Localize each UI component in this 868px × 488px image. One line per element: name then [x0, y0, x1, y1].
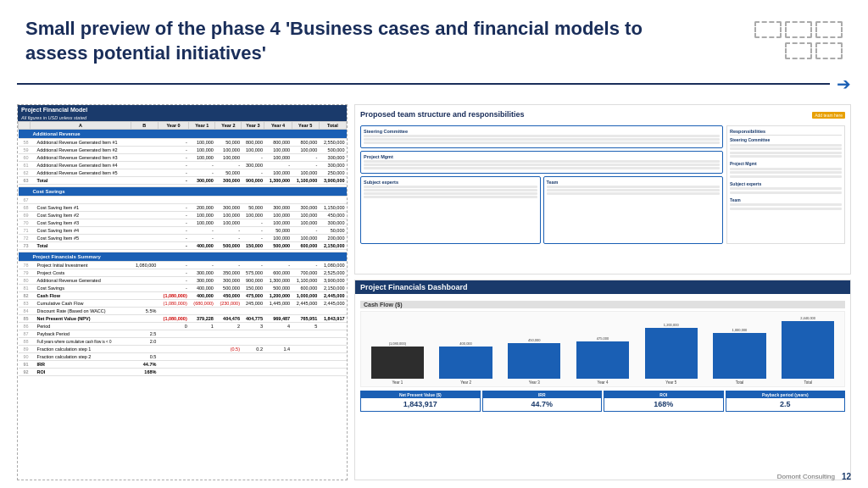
table-row: 68 Cost Saving Item #1 - 200,000 300,000…	[19, 204, 347, 212]
col-rownum	[19, 122, 31, 130]
bar-year1-rect	[439, 347, 492, 379]
footer-company: Domont Consulting	[777, 473, 835, 480]
logo-box-5	[815, 42, 843, 59]
table-row: 85 Net Present Value (NPV) (1,080,000) 3…	[19, 315, 347, 323]
bar-total: 2,440,000 Total	[775, 316, 841, 385]
kpi-npv-label: Net Present Value ($)	[361, 391, 480, 398]
footer: Domont Consulting 12	[777, 472, 851, 481]
additional-revenue-total: 63 Total - 300,000 300,000 900,000 1,300…	[19, 177, 347, 185]
bar-year4-rect	[645, 328, 698, 379]
financials-header: Project Financials Summary	[19, 252, 347, 262]
kpi-roi-value: 168%	[606, 400, 721, 408]
table-row: 91 IRR 44.7%	[19, 361, 347, 369]
kpi-roi: ROI 168%	[604, 391, 724, 412]
col-year2: Year 2	[215, 122, 242, 130]
chart-title: Cash Flow ($)	[360, 301, 845, 308]
kpi-irr: IRR 44.7%	[482, 391, 603, 412]
table-row: 82 Cash Flow (1,080,000) 400,000 450,000…	[19, 292, 347, 300]
cost-savings-total: 73 Total - 400,000 500,000 150,000 500,0…	[19, 242, 347, 250]
logo-box-1	[754, 21, 782, 38]
team-box-subject-experts: Subject experts	[360, 176, 541, 244]
col-year5: Year 5	[292, 122, 319, 130]
kpi-roi-label: ROI	[604, 391, 723, 398]
table-row: 61 Additional Revenue Generated Item #4 …	[19, 162, 347, 169]
spreadsheet-table: A B Year 0 Year 1 Year 2 Year 3 Year 4 Y…	[18, 121, 347, 376]
bar-year2: 450,000 Year 3	[501, 338, 567, 385]
kpi-row: Net Present Value ($) 1,843,917 IRR 44.7…	[360, 391, 845, 412]
col-b-header: B	[131, 122, 158, 130]
bar-total-rect	[782, 321, 834, 379]
finance-card-title: Project Financials Dashboard	[355, 280, 850, 294]
right-panel: Proposed team structure and responsibili…	[354, 104, 851, 480]
bar-year3-rect	[576, 341, 629, 379]
responsibilities-panel: Responsibilities Steering Committee Proj…	[726, 125, 845, 244]
col-year0: Year 0	[158, 122, 188, 130]
bar-year5: 1,000,000 Total	[707, 328, 773, 385]
page-title: Small preview of the phase 4 'Business c…	[25, 17, 661, 65]
cost-savings-header: Cost Savings	[19, 187, 347, 197]
col-year4: Year 4	[264, 122, 292, 130]
bar-year4: 1,200,000 Year 5	[638, 323, 704, 385]
table-row: 78 Project Initial Investment 1,080,000 …	[19, 262, 347, 269]
page-number: 12	[842, 472, 851, 481]
logo-box-3	[815, 21, 843, 38]
spreadsheet-title: Project Financial Model	[18, 105, 347, 114]
table-row: 92 ROI 168%	[19, 369, 347, 376]
team-box-team: Team	[543, 176, 724, 244]
table-row: 86 Period 0 1 2 3 4 5	[19, 323, 347, 330]
table-row: 59 Additional Revenue Generated Item #2 …	[19, 147, 347, 154]
col-year3: Year 3	[242, 122, 264, 130]
logo-boxes-2	[785, 42, 843, 59]
table-row: 83 Cumulative Cash Flow (1,080,000) (680…	[19, 300, 347, 308]
additional-revenue-header: Additional Revenue	[19, 130, 347, 139]
table-row: 80 Additional Revenue Generated - 300,00…	[19, 277, 347, 285]
table-row: 72 Cost Saving Item #5 - - - - 100,000 1…	[19, 235, 347, 242]
bar-year0: (1,080,000) Year 1	[364, 341, 431, 385]
kpi-irr-value: 44.7%	[485, 400, 600, 408]
table-row: 84 Discount Rate (Based on WACC) 5.5%	[19, 308, 347, 315]
table-row: 71 Cost Saving Item #4 - - - - 50,000 - …	[19, 227, 347, 235]
logo-box-2	[785, 21, 812, 38]
bar-year5-rect	[713, 333, 765, 379]
table-row: 67	[19, 197, 347, 204]
logo-boxes	[754, 21, 843, 38]
team-box-project-mgmt: Project Mgmt	[360, 151, 723, 174]
kpi-irr-label: IRR	[483, 391, 602, 398]
kpi-npv: Net Present Value ($) 1,843,917	[360, 391, 481, 412]
col-year1: Year 1	[189, 122, 215, 130]
table-row: 62 Additional Revenue Generated Item #5 …	[19, 169, 347, 177]
team-box-steering: Steering Committee	[360, 125, 723, 148]
table-row: 88 Full years where cumulative cash flow…	[19, 338, 347, 346]
spreadsheet-panel: Project Financial Model All figures in U…	[17, 104, 348, 480]
logo-area	[754, 21, 843, 59]
responsibilities-title: Responsibilities	[730, 129, 842, 136]
finance-card: Project Financials Dashboard Cash Flow (…	[354, 280, 851, 481]
table-row: 60 Additional Revenue Generated Item #3 …	[19, 154, 347, 162]
col-total: Total	[319, 122, 346, 130]
table-row: 70 Cost Saving Item #3 - 100,000 100,000…	[19, 219, 347, 227]
team-card: Proposed team structure and responsibili…	[354, 104, 851, 274]
main-content: Project Financial Model All figures in U…	[0, 97, 868, 487]
table-row: 58 Additional Revenue Generated Item #1 …	[19, 139, 347, 147]
add-team-button[interactable]: Add team here	[812, 112, 845, 119]
team-card-title: Proposed team structure and responsibili…	[360, 110, 525, 119]
spreadsheet-subtitle: All figures in USD unless stated	[18, 114, 347, 121]
kpi-payback-label: Payback period (years)	[726, 391, 845, 398]
bar-year1: 400,000 Year 2	[433, 341, 499, 385]
cash-flow-chart: (1,080,000) Year 1 400,000 Year 2 450,00…	[360, 311, 845, 387]
table-row: 69 Cost Saving Item #2 - 100,000 100,000…	[19, 212, 347, 219]
col-header-row: A B Year 0 Year 1 Year 2 Year 3 Year 4 Y…	[19, 122, 347, 130]
col-a-header: A	[31, 122, 131, 130]
logo-box-4	[785, 42, 812, 59]
table-row: 81 Cost Savings - 400,000 500,000 150,00…	[19, 285, 347, 292]
kpi-npv-value: 1,843,917	[363, 400, 478, 408]
arrow-icon: ➔	[837, 74, 851, 94]
header: Small preview of the phase 4 'Business c…	[0, 0, 868, 74]
table-row: 90 Fraction calculation step 2 0.5	[19, 353, 347, 361]
bar-year0-rect	[371, 347, 424, 379]
table-row: 89 Fraction calculation step 1 (0.5) 0.2…	[19, 346, 347, 353]
kpi-payback: Payback period (years) 2.5	[726, 391, 846, 412]
bar-year2-rect	[508, 343, 560, 379]
team-left: Steering Committee Project Mgmt	[360, 125, 723, 244]
table-row: 87 Payback Period 2.5	[19, 330, 347, 338]
